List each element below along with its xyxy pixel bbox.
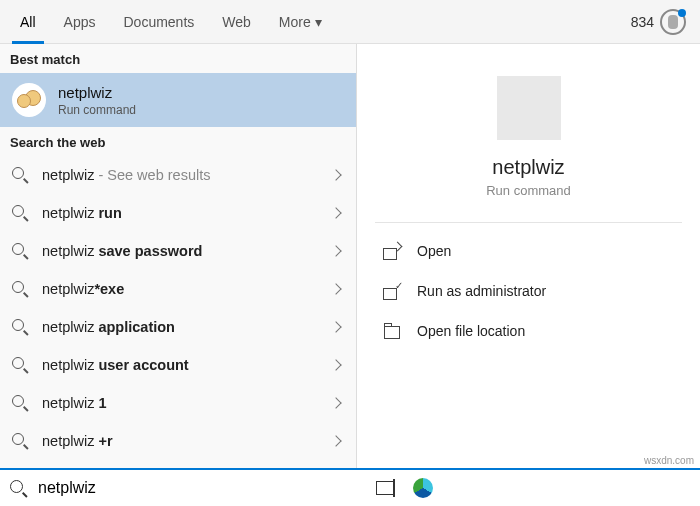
best-match-result[interactable]: netplwiz Run command <box>0 73 356 127</box>
tab-documents[interactable]: Documents <box>109 0 208 44</box>
tab-all[interactable]: All <box>6 0 50 44</box>
search-icon <box>12 281 28 297</box>
search-icon <box>12 243 28 259</box>
detail-title: netplwiz <box>357 156 700 179</box>
chevron-right-icon <box>330 321 341 332</box>
web-result[interactable]: netplwiz +r <box>0 422 356 460</box>
tab-more-label: More <box>279 14 311 30</box>
web-result[interactable]: netplwiz 1 <box>0 384 356 422</box>
app-placeholder-icon <box>497 76 561 140</box>
search-box[interactable] <box>0 470 357 506</box>
chevron-right-icon <box>330 359 341 370</box>
action-folder-label: Open file location <box>417 323 525 339</box>
search-icon <box>12 319 28 335</box>
rewards-points: 834 <box>631 14 654 30</box>
chevron-right-icon <box>330 207 341 218</box>
chevron-right-icon <box>330 245 341 256</box>
rewards-icon[interactable] <box>660 9 686 35</box>
tab-more[interactable]: More ▾ <box>265 0 336 44</box>
chevron-right-icon <box>330 435 341 446</box>
web-result-label: netplwiz - See web results <box>42 167 332 183</box>
web-result-label: netplwiz 1 <box>42 395 332 411</box>
best-match-subtitle: Run command <box>58 103 136 117</box>
folder-icon <box>383 322 401 340</box>
web-result-label: netplwiz application <box>42 319 332 335</box>
search-icon <box>12 167 28 183</box>
web-result[interactable]: netplwiz*exe <box>0 270 356 308</box>
user-accounts-icon <box>12 83 46 117</box>
bottom-bar <box>0 468 700 506</box>
web-result[interactable]: netplwiz run <box>0 194 356 232</box>
chevron-down-icon: ▾ <box>315 14 322 30</box>
results-panel: Best match netplwiz Run command Search t… <box>0 44 357 468</box>
action-open[interactable]: Open <box>357 231 700 271</box>
web-result[interactable]: netplwiz user account <box>0 346 356 384</box>
action-open-label: Open <box>417 243 451 259</box>
chevron-right-icon <box>330 169 341 180</box>
task-view-icon[interactable] <box>375 478 395 498</box>
tab-web[interactable]: Web <box>208 0 265 44</box>
search-icon <box>12 357 28 373</box>
web-result-label: netplwiz*exe <box>42 281 332 297</box>
chevron-right-icon <box>330 283 341 294</box>
web-result[interactable]: netplwiz application <box>0 308 356 346</box>
filter-tabs: All Apps Documents Web More ▾ 834 <box>0 0 700 44</box>
action-run-as-admin[interactable]: Run as administrator <box>357 271 700 311</box>
web-results-list: netplwiz - See web resultsnetplwiz runne… <box>0 156 356 460</box>
search-icon <box>12 205 28 221</box>
web-result[interactable]: netplwiz save password <box>0 232 356 270</box>
watermark: wsxdn.com <box>644 455 694 466</box>
web-result-label: netplwiz user account <box>42 357 332 373</box>
best-match-title: netplwiz <box>58 84 136 101</box>
web-result-label: netplwiz +r <box>42 433 332 449</box>
action-open-file-location[interactable]: Open file location <box>357 311 700 351</box>
open-icon <box>383 242 401 260</box>
chevron-right-icon <box>330 397 341 408</box>
search-input[interactable] <box>38 479 347 497</box>
admin-icon <box>383 282 401 300</box>
web-result-label: netplwiz run <box>42 205 332 221</box>
edge-icon[interactable] <box>413 478 433 498</box>
best-match-label: Best match <box>0 44 356 73</box>
search-icon <box>12 433 28 449</box>
search-web-label: Search the web <box>0 127 356 156</box>
tab-apps[interactable]: Apps <box>50 0 110 44</box>
divider <box>375 222 682 223</box>
action-admin-label: Run as administrator <box>417 283 546 299</box>
search-icon <box>10 480 26 496</box>
detail-subtitle: Run command <box>357 183 700 198</box>
web-result-label: netplwiz save password <box>42 243 332 259</box>
search-icon <box>12 395 28 411</box>
detail-panel: netplwiz Run command Open Run as adminis… <box>357 44 700 468</box>
web-result[interactable]: netplwiz - See web results <box>0 156 356 194</box>
